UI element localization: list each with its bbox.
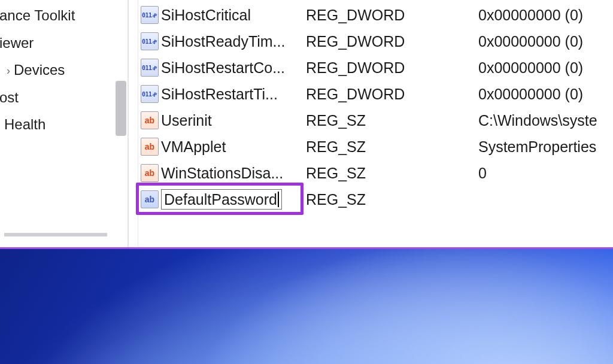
value-type: REG_SZ: [306, 191, 478, 208]
rename-input[interactable]: DefaultPassword: [161, 189, 282, 210]
value-row-editing[interactable]: DefaultPassword REG_SZ: [138, 186, 613, 213]
reg-dword-icon: [141, 85, 159, 103]
value-type: REG_DWORD: [306, 59, 478, 77]
status-bar-splitter: [4, 233, 107, 236]
registry-value-list[interactable]: SiHostCritical REG_DWORD 0x00000000 (0) …: [138, 0, 613, 247]
value-row[interactable]: SiHostRestartTi... REG_DWORD 0x00000000 …: [138, 81, 613, 107]
tree-item[interactable]: Health: [0, 111, 128, 138]
value-row[interactable]: WinStationsDisa... REG_SZ 0: [138, 160, 613, 186]
value-name-edit[interactable]: DefaultPassword: [161, 189, 306, 210]
registry-editor-window: ance Toolkit iewer ›Devices ost Health S…: [0, 0, 613, 249]
value-row[interactable]: SiHostReadyTim... REG_DWORD 0x00000000 (…: [138, 28, 613, 54]
value-type: REG_SZ: [306, 112, 478, 129]
rename-input-text: DefaultPassword: [164, 191, 277, 208]
value-type: REG_SZ: [306, 165, 478, 182]
value-data: SystemProperties: [478, 138, 613, 156]
reg-sz-icon: [141, 190, 159, 208]
value-name: SiHostCritical: [161, 7, 306, 24]
tree-item[interactable]: ance Toolkit: [0, 2, 128, 29]
value-row[interactable]: VMApplet REG_SZ SystemProperties: [138, 134, 613, 160]
value-data: 0x00000000 (0): [478, 59, 613, 77]
value-type: REG_DWORD: [306, 7, 478, 24]
chevron-right-icon[interactable]: ›: [4, 60, 13, 81]
value-name: SiHostReadyTim...: [161, 33, 306, 50]
tree-item-label: ance Toolkit: [0, 7, 75, 23]
tree-item-label: iewer: [0, 35, 34, 51]
value-row[interactable]: SiHostCritical REG_DWORD 0x00000000 (0): [138, 2, 613, 28]
value-type: REG_DWORD: [306, 33, 478, 50]
value-type: REG_DWORD: [306, 86, 478, 103]
reg-sz-icon: [141, 164, 159, 182]
value-row[interactable]: Userinit REG_SZ C:\Windows\syste: [138, 107, 613, 134]
value-data: 0: [478, 165, 613, 182]
value-data: C:\Windows\syste: [478, 112, 613, 129]
registry-tree-pane[interactable]: ance Toolkit iewer ›Devices ost Health: [0, 0, 129, 247]
value-name: VMApplet: [161, 138, 306, 156]
value-data: 0x00000000 (0): [478, 86, 613, 103]
tree-item[interactable]: ost: [0, 84, 128, 111]
reg-dword-icon: [141, 6, 159, 24]
tree-item-label: Health: [4, 116, 45, 132]
tree-item[interactable]: ›Devices: [0, 56, 128, 84]
value-name: SiHostRestartTi...: [161, 86, 306, 103]
value-name: WinStationsDisa...: [161, 165, 306, 182]
tree-item-label: ost: [0, 89, 19, 105]
reg-dword-icon: [141, 32, 159, 50]
value-type: REG_SZ: [306, 138, 478, 156]
reg-sz-icon: [141, 138, 159, 156]
reg-sz-icon: [141, 111, 159, 129]
tree-item-label: Devices: [14, 62, 65, 78]
value-row[interactable]: SiHostRestartCo... REG_DWORD 0x00000000 …: [138, 54, 613, 81]
text-caret: [278, 192, 279, 207]
reg-dword-icon: [141, 59, 159, 77]
value-name: SiHostRestartCo...: [161, 59, 306, 77]
scrollbar-thumb[interactable]: [116, 81, 126, 136]
pane-gutter[interactable]: [129, 0, 138, 247]
value-name: Userinit: [161, 112, 306, 129]
tree-item[interactable]: iewer: [0, 29, 128, 57]
value-data: 0x00000000 (0): [478, 33, 613, 50]
value-data: 0x00000000 (0): [478, 7, 613, 24]
